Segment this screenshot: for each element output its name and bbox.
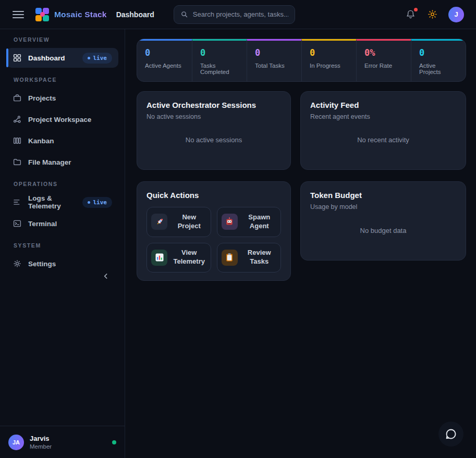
- section-label-system: SYSTEM: [14, 242, 111, 249]
- section-label-operations: OPERATIONS: [14, 181, 111, 187]
- view-telemetry-button[interactable]: View Telemetry: [147, 243, 211, 273]
- sidebar-item-terminal[interactable]: Terminal: [6, 214, 118, 233]
- log-lines-icon: [13, 197, 22, 207]
- sidebar-item-label: Settings: [28, 260, 56, 268]
- sidebar-collapse-button[interactable]: [100, 270, 112, 282]
- app-logo: Mosaic Stack: [35, 8, 107, 21]
- action-label: Spawn Agent: [242, 213, 277, 231]
- card-title: Token Budget: [310, 191, 456, 200]
- chat-bubble-icon: [445, 428, 457, 440]
- sidebar-item-projects[interactable]: Projects: [6, 88, 118, 108]
- card-subtitle: No active sessions: [147, 113, 281, 120]
- mosaic-logo-icon: [35, 8, 49, 21]
- sidebar-item-label: Logs & Telemetry: [28, 194, 76, 210]
- section-label-overview: OVERVIEW: [14, 36, 111, 43]
- user-role: Member: [30, 443, 52, 450]
- search-input[interactable]: [193, 10, 288, 18]
- brand-name: Mosaic Stack: [54, 10, 107, 19]
- sidebar-item-dashboard[interactable]: Dashboard live: [6, 48, 118, 68]
- card-subtitle: Usage by model: [310, 203, 456, 211]
- user-name: Jarvis: [30, 435, 52, 442]
- chat-button[interactable]: [438, 422, 463, 447]
- stat-in-progress: 0 In Progress: [301, 39, 356, 81]
- live-badge: live: [82, 53, 113, 64]
- chevron-left-icon: [102, 272, 110, 280]
- quick-actions-card: Quick Actions: [137, 181, 291, 281]
- activity-feed-card: Activity Feed Recent agent events No rec…: [300, 91, 466, 170]
- user-avatar[interactable]: J: [448, 7, 464, 22]
- token-budget-card: Token Budget Usage by model No budget da…: [300, 181, 466, 261]
- top-bar: Mosaic Stack Dashboard J: [0, 0, 476, 29]
- notification-dot: [414, 8, 418, 11]
- clipboard-icon: [222, 250, 238, 266]
- new-project-button[interactable]: New Project: [147, 207, 211, 237]
- sidebar-item-kanban[interactable]: Kanban: [6, 131, 118, 151]
- action-label: Review Tasks: [242, 249, 277, 266]
- empty-state-text: No budget data: [310, 211, 456, 252]
- nodes-icon: [13, 115, 22, 124]
- bar-chart-icon: [151, 250, 167, 266]
- sidebar-user-card[interactable]: JA Jarvis Member: [0, 426, 125, 458]
- stat-total-tasks: 0 Total Tasks: [247, 39, 301, 81]
- grid-icon: [13, 53, 22, 63]
- live-badge: live: [82, 197, 113, 208]
- card-title: Active Orchestrator Sessions: [147, 101, 281, 109]
- section-label-workspace: WORKSPACE: [14, 77, 111, 83]
- sidebar-item-file-manager[interactable]: File Manager: [6, 152, 118, 172]
- search-icon: [180, 10, 188, 18]
- theme-toggle-button[interactable]: [426, 8, 438, 20]
- sidebar-item-label: Kanban: [28, 137, 54, 145]
- stat-error-rate: 0% Error Rate: [356, 39, 411, 81]
- sun-icon: [428, 9, 437, 19]
- gear-icon: [13, 259, 22, 268]
- terminal-icon: [13, 219, 22, 228]
- sidebar-item-label: Project Workspace: [28, 116, 91, 123]
- action-label: New Project: [172, 213, 206, 231]
- sidebar-item-logs-telemetry[interactable]: Logs & Telemetry live: [6, 192, 118, 212]
- active-sessions-card: Active Orchestrator Sessions No active s…: [137, 91, 291, 170]
- sidebar-item-label: Dashboard: [28, 54, 65, 62]
- action-label: View Telemetry: [172, 249, 206, 266]
- user-avatar-initials: JA: [8, 435, 24, 450]
- rocket-icon: [151, 214, 167, 230]
- stat-active-projects: 0 Active Projects: [411, 39, 466, 81]
- menu-toggle-button[interactable]: [13, 9, 24, 20]
- stat-active-agents: 0 Active Agents: [137, 39, 192, 81]
- review-tasks-button[interactable]: Review Tasks: [217, 243, 282, 273]
- empty-state-text: No active sessions: [147, 120, 281, 162]
- robot-icon: [222, 214, 238, 230]
- card-subtitle: Recent agent events: [310, 113, 456, 120]
- sidebar-item-label: Terminal: [28, 220, 57, 228]
- empty-state-text: No recent activity: [310, 120, 456, 162]
- main-content: 0 Active Agents 0 Tasks Completed 0 Tota…: [125, 29, 476, 458]
- sidebar-item-label: Projects: [28, 94, 56, 102]
- sidebar: OVERVIEW Dashboard live WORKSPACE Projec…: [0, 29, 125, 458]
- card-title: Activity Feed: [310, 101, 456, 109]
- sidebar-item-project-workspace[interactable]: Project Workspace: [6, 109, 118, 129]
- card-title: Quick Actions: [147, 191, 281, 200]
- stat-tasks-completed: 0 Tasks Completed: [192, 39, 247, 81]
- folder-icon: [13, 157, 22, 167]
- notifications-button[interactable]: [405, 8, 417, 20]
- page-title: Dashboard: [116, 10, 154, 19]
- stats-row: 0 Active Agents 0 Tasks Completed 0 Tota…: [137, 39, 466, 82]
- online-status-dot: [112, 440, 116, 444]
- spawn-agent-button[interactable]: Spawn Agent: [217, 207, 282, 237]
- sidebar-item-label: File Manager: [28, 158, 71, 166]
- kanban-columns-icon: [13, 136, 22, 145]
- briefcase-icon: [13, 93, 22, 103]
- global-search[interactable]: [174, 5, 295, 24]
